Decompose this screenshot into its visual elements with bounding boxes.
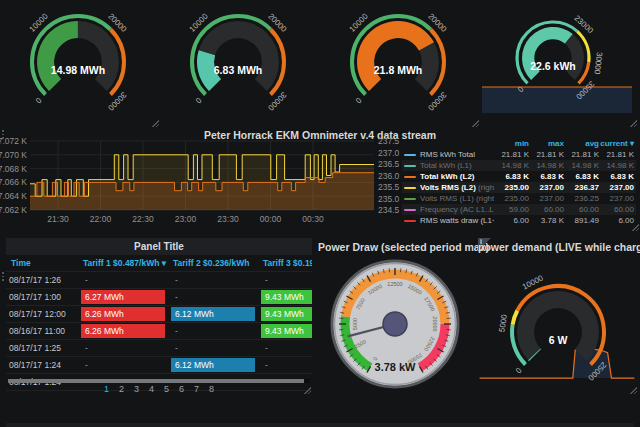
legend-stat-max: 6.83 K <box>529 172 564 181</box>
legend-row[interactable]: Frequency (AC L1..L3) (right-y)59.0060.0… <box>402 204 636 215</box>
legend-stat-current: 237.00 <box>599 194 634 203</box>
y-right-tick: 234.5 <box>378 205 400 215</box>
legend-series-name: Total kWh (L2) <box>420 172 494 181</box>
legend-row[interactable]: RMS watts draw (L1+L2) (right-y)6.003.78… <box>402 215 636 226</box>
legend-stat-avg: 21.81 K <box>564 150 599 159</box>
x-tick: 22:00 <box>90 214 112 224</box>
legend-header-current[interactable]: current ▾ <box>599 139 634 148</box>
page-button-1[interactable]: 1 <box>104 384 109 394</box>
table-cell-tariff: - <box>258 357 312 374</box>
legend-series-name: RMS watts draw (L1+L2) (right-y) <box>420 216 494 225</box>
table-cell-tariff: 6.26 MWh <box>78 306 168 323</box>
legend-stat-max: 237.00 <box>529 183 564 192</box>
panel-tariff-table: Panel Title TimeTariff 1 $0.487/kWh ▾Tar… <box>6 238 312 395</box>
y-right-tick: 236.0 <box>378 171 400 181</box>
legend-stat-avg: 891.49 <box>564 216 599 225</box>
gauge-value: 22.6 kWh <box>530 60 576 72</box>
power-demand-gauge: 0500010000250006 W <box>478 238 638 395</box>
legend-stat-avg: 236.37 <box>564 183 599 192</box>
table-pagination: 12345678 <box>6 384 312 394</box>
table-cell-tariff: - <box>168 289 258 306</box>
table-column-header[interactable]: Tariff 3 $0.190/kWh <box>258 255 312 272</box>
legend-row[interactable]: RMS kWh Total21.81 K21.81 K21.81 K21.81 … <box>402 149 636 160</box>
panel-power-demand: i power demand (LIVE while charging) 050… <box>478 238 638 395</box>
legend-stat-current: 237.00 <box>599 183 634 192</box>
table-cell-tariff: 6.12 MWh <box>168 306 258 323</box>
table-horizontal-scrollbar[interactable] <box>8 379 310 383</box>
legend-stat-min: 235.00 <box>494 194 529 203</box>
x-tick: 21:30 <box>47 214 69 224</box>
gauge-value: 21.8 MWh <box>374 64 422 76</box>
gauge-tick-label: 30000 <box>106 90 128 112</box>
gauge-total-kwh-l2: 01000020000300006.83 MWh <box>160 0 320 128</box>
legend-series-name: Frequency (AC L1..L3) (right-y) <box>420 205 494 214</box>
table-row: 08/16/17 11:006.26 MWh-9.43 MWh <box>6 323 312 340</box>
panel-gauge-total-kwh-l1: 010000200003000014.98 MWh <box>0 0 160 128</box>
table-cell-tariff: - <box>258 272 312 289</box>
gauge-tick-label: 30000 <box>266 90 288 112</box>
y-right-tick: 235.0 <box>378 194 400 204</box>
legend-series-name: Volts RMS (L1) (right-y) <box>420 194 494 203</box>
table-column-header[interactable]: Tariff 2 $0.236/kWh <box>168 255 258 272</box>
gauge-kwh-with-sparkline: 023000300003500022.6 kWh <box>480 0 638 128</box>
legend-stat-avg: 6.83 K <box>564 172 599 181</box>
legend-stat-current: 6.00 <box>599 216 634 225</box>
page-button-2[interactable]: 2 <box>119 384 124 394</box>
dial-tick-label: 5000 <box>352 318 358 330</box>
table-cell-time: 08/17/17 1:24 <box>6 357 78 374</box>
table-cell-tariff: - <box>168 272 258 289</box>
y-left-tick: 7.070 K <box>0 150 27 160</box>
y-left-tick: 7.064 K <box>0 191 27 201</box>
table-cell-tariff: - <box>168 340 258 357</box>
timeseries-legend: minmaxavgcurrent ▾RMS kWh Total21.81 K21… <box>402 138 636 226</box>
page-button-4[interactable]: 4 <box>149 384 154 394</box>
page-button-5[interactable]: 5 <box>164 384 169 394</box>
gauge-tick-label: 0 <box>354 95 364 105</box>
gauge-value: 6 W <box>549 334 568 346</box>
legend-row[interactable]: Volts RMS (L2) (right-y)235.00237.00236.… <box>402 182 636 193</box>
table-cell-tariff: 9.43 MWh <box>258 306 312 323</box>
panel-power-draw: Power Draw (selected period max) 0250050… <box>318 238 472 395</box>
next-row-panel-edge <box>6 423 634 427</box>
legend-stat-max: 21.81 K <box>529 150 564 159</box>
legend-header-max[interactable]: max <box>529 139 564 148</box>
legend-row[interactable]: Total kWh (L1)14.98 K14.98 K14.98 K14.98… <box>402 160 636 171</box>
legend-stat-current: 60.00 <box>599 205 634 214</box>
table-cell-tariff: - <box>78 272 168 289</box>
dial-tick-label: 20000 <box>432 316 438 331</box>
legend-stat-current: 14.98 K <box>599 161 634 170</box>
legend-series-color-icon <box>404 220 416 222</box>
legend-header-avg[interactable]: avg <box>564 139 599 148</box>
power-draw-value: 3.78 kW <box>375 361 417 373</box>
table-cell-tariff: - <box>78 340 168 357</box>
table-panel-title: Panel Title <box>6 238 312 255</box>
table-row: 08/17/17 1:006.27 MWh-9.43 MWh <box>6 289 312 306</box>
table-row: 08/17/17 1:25--- <box>6 340 312 357</box>
legend-stat-min: 59.00 <box>494 205 529 214</box>
legend-row[interactable]: Total kWh (L2)6.83 K6.83 K6.83 K6.83 K <box>402 171 636 182</box>
y-right-tick: 237.0 <box>378 148 400 158</box>
legend-header-min[interactable]: min <box>494 139 529 148</box>
gauge-tick-label: 0 <box>514 365 524 375</box>
panel-gauge-rms-kwh-total: 010000200003000021.8 MWh <box>320 0 480 128</box>
panel-drag-handle[interactable] <box>2 272 4 282</box>
y-right-tick: 235.5 <box>378 182 400 192</box>
legend-stat-max: 237.00 <box>529 194 564 203</box>
legend-series-name: Total kWh (L1) <box>420 161 494 170</box>
legend-row[interactable]: Volts RMS (L1) (right-y)235.00237.00236.… <box>402 193 636 204</box>
legend-stat-current: 21.81 K <box>599 150 634 159</box>
legend-header-row: minmaxavgcurrent ▾ <box>402 138 636 149</box>
page-button-7[interactable]: 7 <box>194 384 199 394</box>
table-cell-tariff: 9.43 MWh <box>258 289 312 306</box>
page-button-3[interactable]: 3 <box>134 384 139 394</box>
x-tick: 22:30 <box>132 214 154 224</box>
gauge-tick-label: 30000 <box>592 52 603 76</box>
y-left-tick: 7.072 K <box>0 136 27 146</box>
y-left-tick: 7.068 K <box>0 164 27 174</box>
table-column-header[interactable]: Tariff 1 $0.487/kWh ▾ <box>78 255 168 272</box>
page-button-6[interactable]: 6 <box>179 384 184 394</box>
table-cell-time: 08/17/17 1:00 <box>6 289 78 306</box>
table-column-header[interactable]: Time <box>6 255 78 272</box>
x-tick: 00:30 <box>302 214 324 224</box>
page-button-8[interactable]: 8 <box>209 384 214 394</box>
